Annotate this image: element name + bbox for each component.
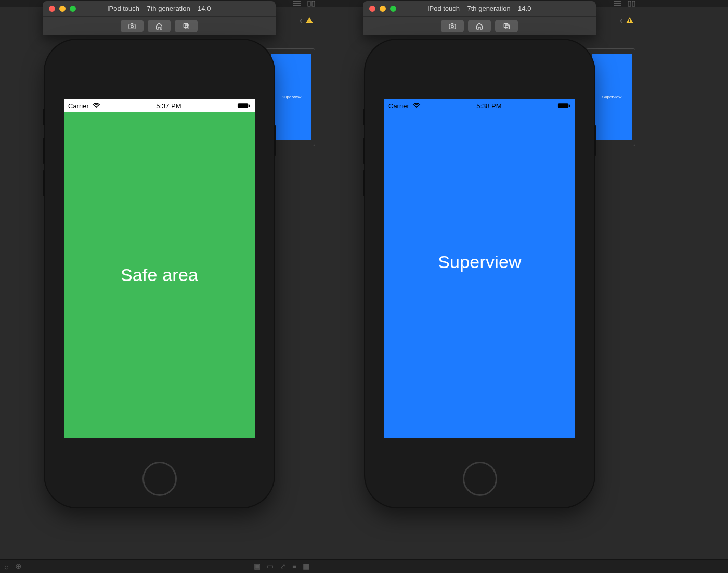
home-button[interactable] bbox=[468, 20, 491, 32]
filter-icon[interactable]: ⌕ bbox=[4, 562, 9, 571]
simulator-titlebar[interactable]: iPod touch – 7th generation – 14.0 bbox=[363, 1, 596, 17]
xcode-panel-icons-left bbox=[292, 0, 316, 7]
traffic-lights bbox=[369, 6, 396, 12]
volume-down-button[interactable] bbox=[43, 170, 45, 196]
home-indicator-button[interactable] bbox=[463, 462, 497, 496]
simulator-title: iPod touch – 7th generation – 14.0 bbox=[363, 5, 596, 12]
xcode-bottom-strip bbox=[0, 559, 728, 573]
svg-point-15 bbox=[416, 107, 417, 108]
simulator-window-left: iPod touch – 7th generation – 14.0 bbox=[43, 1, 276, 35]
device-icon[interactable]: ▭ bbox=[267, 562, 274, 570]
pane-nav-left: ‹ bbox=[300, 16, 313, 25]
svg-rect-10 bbox=[249, 105, 250, 107]
simulator-title: iPod touch – 7th generation – 14.0 bbox=[43, 5, 276, 12]
warning-icon[interactable] bbox=[626, 17, 633, 23]
rotate-button[interactable] bbox=[175, 20, 198, 32]
content-label: Safe area bbox=[121, 265, 198, 285]
split-icon[interactable] bbox=[307, 0, 316, 7]
svg-rect-6 bbox=[184, 23, 187, 27]
svg-rect-13 bbox=[504, 23, 508, 27]
svg-rect-7 bbox=[185, 25, 189, 29]
status-bar: Carrier 5:38 PM bbox=[384, 99, 575, 112]
device-frame-right: Superview Carrier 5:38 PM bbox=[365, 40, 594, 507]
volume-up-button[interactable] bbox=[363, 138, 365, 164]
svg-point-12 bbox=[451, 25, 454, 28]
ib-label: Superview bbox=[602, 95, 621, 99]
carrier-label: Carrier bbox=[388, 102, 409, 110]
screenshot-button[interactable] bbox=[441, 20, 464, 32]
chevron-left-icon[interactable]: ‹ bbox=[620, 16, 623, 25]
simulator-titlebar[interactable]: iPod touch – 7th generation – 14.0 bbox=[43, 1, 276, 17]
zoom-window-button[interactable] bbox=[70, 6, 76, 12]
power-button[interactable] bbox=[594, 125, 596, 156]
zoom-window-button[interactable] bbox=[390, 6, 396, 12]
canvas-toolbar: ▣ ▭ ⤢ ≡ ▦ bbox=[250, 559, 314, 573]
wifi-icon bbox=[92, 103, 100, 109]
ib-preview-view: Superview bbox=[592, 54, 632, 140]
bottom-left-toolbar: ⌕ ⊕ bbox=[0, 559, 26, 573]
device-screen: Superview Carrier 5:38 PM bbox=[384, 99, 575, 438]
minimize-window-button[interactable] bbox=[59, 6, 66, 12]
svg-point-8 bbox=[96, 107, 97, 108]
clock-label: 5:38 PM bbox=[476, 102, 501, 110]
traffic-lights bbox=[49, 6, 76, 12]
svg-rect-1 bbox=[312, 1, 315, 6]
svg-rect-9 bbox=[238, 103, 248, 108]
simulator-toolbar bbox=[43, 17, 276, 35]
device-frame-left: Carrier 5:37 PM Safe area bbox=[45, 40, 274, 507]
battery-icon bbox=[237, 103, 251, 109]
svg-rect-16 bbox=[558, 103, 568, 108]
simulator-window-right: iPod touch – 7th generation – 14.0 bbox=[363, 1, 596, 35]
rotate-button[interactable] bbox=[495, 20, 518, 32]
svg-rect-2 bbox=[628, 1, 631, 6]
warning-icon[interactable] bbox=[306, 17, 313, 23]
carrier-label: Carrier bbox=[68, 102, 89, 110]
volume-up-button[interactable] bbox=[43, 138, 45, 164]
power-button[interactable] bbox=[274, 125, 276, 156]
zoom-icon[interactable]: ⤢ bbox=[280, 562, 286, 570]
screenshot-button[interactable] bbox=[121, 20, 144, 32]
pane-nav-right: ‹ bbox=[620, 16, 633, 25]
canvas-icon[interactable]: ▣ bbox=[254, 562, 261, 570]
svg-rect-3 bbox=[632, 1, 635, 6]
safe-area-view: Safe area bbox=[64, 112, 255, 438]
simulator-toolbar bbox=[363, 17, 596, 35]
ib-label: Superview bbox=[282, 95, 301, 99]
mute-switch[interactable] bbox=[43, 109, 45, 125]
device-screen: Carrier 5:37 PM Safe area bbox=[64, 99, 255, 438]
embed-icon[interactable]: ▦ bbox=[303, 562, 309, 570]
xcode-panel-icons-right bbox=[613, 0, 636, 7]
battery-icon bbox=[557, 103, 571, 109]
status-bar: Carrier 5:37 PM bbox=[64, 99, 255, 112]
close-window-button[interactable] bbox=[369, 6, 375, 12]
home-button[interactable] bbox=[148, 20, 171, 32]
clock-label: 5:37 PM bbox=[156, 102, 181, 110]
chevron-left-icon[interactable]: ‹ bbox=[300, 16, 303, 25]
wifi-icon bbox=[412, 103, 421, 109]
add-icon[interactable]: ⊕ bbox=[15, 562, 22, 571]
svg-rect-0 bbox=[308, 1, 310, 6]
superview-view: Superview bbox=[384, 99, 575, 438]
lines-icon[interactable] bbox=[292, 0, 302, 7]
svg-rect-14 bbox=[505, 25, 509, 29]
content-label: Superview bbox=[438, 252, 522, 272]
split-icon[interactable] bbox=[627, 0, 636, 7]
lines-icon[interactable] bbox=[613, 0, 622, 7]
home-indicator-button[interactable] bbox=[142, 462, 177, 496]
volume-down-button[interactable] bbox=[363, 170, 365, 196]
svg-point-5 bbox=[131, 25, 134, 28]
layout-icon[interactable]: ≡ bbox=[292, 562, 296, 570]
close-window-button[interactable] bbox=[49, 6, 55, 12]
mute-switch[interactable] bbox=[363, 109, 365, 125]
xcode-comparison-stage: ‹ ‹ Superview Superview iPod touch – 7th… bbox=[0, 0, 728, 573]
svg-rect-17 bbox=[569, 105, 570, 107]
ib-preview-view: Superview bbox=[271, 54, 311, 140]
minimize-window-button[interactable] bbox=[380, 6, 386, 12]
